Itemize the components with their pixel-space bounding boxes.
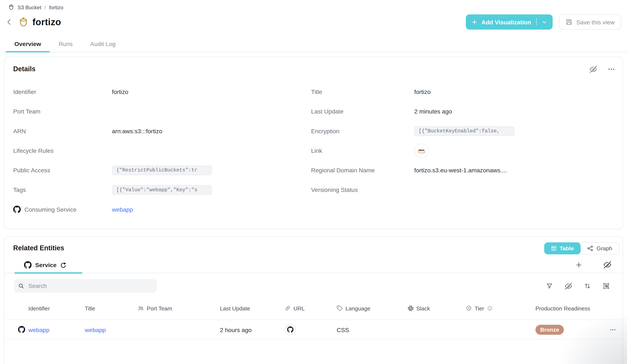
github-icon: [287, 326, 293, 333]
field-value: fortizo: [112, 89, 128, 95]
table-icon: [551, 246, 557, 251]
graph-icon: [587, 245, 593, 252]
eye-off-icon: [603, 261, 612, 269]
group-by-icon: [603, 282, 610, 290]
column-header-tier[interactable]: Tier: [466, 305, 535, 311]
column-header-slack[interactable]: Slack: [408, 305, 466, 311]
cell-identifier: webapp: [28, 326, 85, 333]
github-icon: [13, 206, 21, 213]
service-tab-label: Service: [35, 262, 56, 268]
title-link[interactable]: webapp: [85, 326, 106, 333]
breadcrumb-separator: /: [45, 4, 46, 10]
graph-view-label: Graph: [597, 245, 612, 252]
header-actions: Add Visualization Save this view: [466, 14, 621, 30]
column-header-language[interactable]: Language: [337, 305, 408, 311]
sort-icon: [584, 282, 591, 290]
viewport: S3 Bucket / fortizo fortizo Add Visualiz…: [0, 0, 627, 364]
field-tags: Tags [{"Value":"webapp","Key":"s: [13, 180, 311, 200]
button-divider: [536, 18, 537, 26]
hide-empty-fields-button[interactable]: [589, 65, 597, 73]
field-label: Consuming Service: [24, 206, 76, 213]
page-title: fortizo: [32, 17, 61, 27]
table-view-button[interactable]: Table: [544, 242, 580, 254]
details-more-menu-button[interactable]: [607, 65, 616, 73]
field-title: Title fortizo: [311, 82, 614, 102]
details-header-icons: [589, 65, 616, 73]
identifier-link[interactable]: webapp: [28, 326, 49, 333]
hide-related-button[interactable]: [603, 261, 612, 269]
field-arn: ARN arn:aws:s3:::fortizo: [13, 121, 311, 141]
url-github-link[interactable]: [285, 324, 296, 335]
json-value-chip[interactable]: [{"Value":"webapp","Key":"s: [112, 185, 212, 195]
ellipsis-icon: [609, 326, 616, 333]
field-label: ARN: [13, 128, 112, 134]
table-tools: [546, 282, 613, 290]
field-lifecycle-rules: Lifecycle Rules: [13, 141, 311, 160]
field-label: Encryption: [311, 128, 414, 134]
column-header-production-readiness[interactable]: Production Readiness: [535, 305, 601, 311]
entity-tabs: Overview Runs Audit Log: [0, 35, 627, 52]
details-fields-right: Title fortizo Last Update 2 minutes ago …: [311, 82, 614, 219]
svg-text:aws: aws: [418, 148, 424, 152]
json-value-chip[interactable]: {"RestrictPublicBuckets":tr: [112, 165, 212, 175]
details-card-header: Details: [4, 57, 623, 73]
column-header-url[interactable]: URL: [285, 305, 337, 311]
sort-button[interactable]: [584, 282, 591, 290]
search-input[interactable]: [28, 282, 153, 290]
breadcrumb-entity[interactable]: fortizo: [49, 4, 63, 10]
related-tab-row: Service: [4, 260, 623, 273]
column-header-port-team[interactable]: Port Team: [138, 305, 220, 311]
filter-button[interactable]: [546, 282, 553, 290]
info-icon: [487, 305, 493, 311]
filter-icon: [546, 282, 553, 290]
column-header-title[interactable]: Title: [85, 305, 137, 311]
column-header-last-update[interactable]: Last Update: [220, 305, 285, 311]
add-visualization-button[interactable]: Add Visualization: [466, 14, 553, 30]
tab-service[interactable]: Service: [14, 261, 83, 273]
breadcrumb-blueprint[interactable]: S3 Bucket: [18, 4, 41, 10]
field-label: Title: [311, 89, 414, 95]
cell-title: webapp: [85, 326, 137, 333]
details-title: Details: [13, 65, 36, 73]
tab-label: Runs: [59, 40, 73, 47]
target-icon: [466, 305, 472, 311]
chevron-left-icon: [5, 18, 13, 26]
details-fields-left: Identifier fortizo Port Team ARN arn:aws…: [13, 82, 311, 219]
add-visualization-label: Add Visualization: [481, 18, 531, 25]
graph-view-button[interactable]: Graph: [580, 243, 619, 254]
hide-columns-button[interactable]: [565, 282, 572, 290]
tab-runs[interactable]: Runs: [50, 35, 81, 52]
tab-label: Audit Log: [90, 40, 116, 47]
tab-audit-log[interactable]: Audit Log: [82, 35, 124, 52]
eye-off-icon: [565, 282, 572, 290]
back-button[interactable]: [4, 16, 14, 28]
save-view-button[interactable]: Save this view: [559, 14, 621, 30]
cell-last-update: 2 hours ago: [220, 326, 285, 333]
field-consuming-service: Consuming Service webapp: [13, 200, 311, 219]
row-more-menu-button[interactable]: [609, 326, 616, 333]
field-label: Tags: [13, 186, 112, 193]
details-fields: Identifier fortizo Port Team ARN arn:aws…: [4, 73, 623, 219]
json-value-chip[interactable]: [{"BucketKeyEnabled":false,: [414, 126, 514, 136]
aws-link-avatar[interactable]: aws: [414, 143, 429, 158]
field-regional-domain-name: Regional Domain Name fortizo.s3.eu-west-…: [311, 160, 614, 180]
tab-overview[interactable]: Overview: [6, 35, 50, 52]
chevron-down-icon[interactable]: [541, 19, 548, 25]
row-blueprint-icon-cell: [18, 326, 28, 333]
relation-arrow-icon: [60, 262, 66, 268]
bucket-gold-icon: [18, 17, 29, 27]
related-entities-card: Related Entities Table Graph Service: [4, 236, 623, 364]
group-by-button[interactable]: [603, 282, 610, 290]
save-view-label: Save this view: [576, 18, 615, 25]
field-value: 2 minutes ago: [414, 108, 452, 115]
title-row: fortizo: [4, 16, 61, 28]
github-icon: [18, 326, 25, 333]
field-label: Versioning Status: [311, 186, 414, 193]
consuming-service-link[interactable]: webapp: [112, 206, 133, 213]
field-value: fortizo.s3.eu-west-1.amazonaws....: [414, 167, 507, 174]
add-related-button[interactable]: [575, 261, 583, 269]
ellipsis-icon: [607, 65, 616, 73]
cell-production-readiness: Bronze: [535, 324, 601, 335]
readiness-badge: Bronze: [535, 324, 564, 335]
column-header-identifier[interactable]: Identifier: [28, 305, 85, 311]
